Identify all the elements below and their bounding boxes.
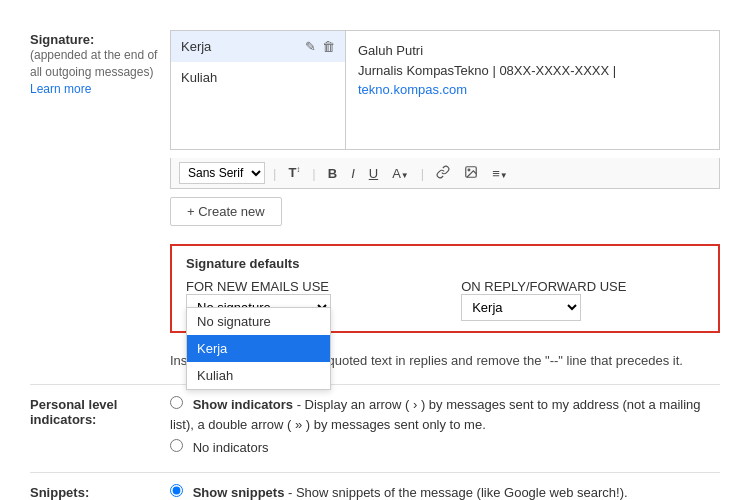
signature-sublabel: (appended at the end of all outgoing mes… bbox=[30, 47, 170, 81]
show-snippets-label: Show snippets bbox=[193, 485, 285, 500]
no-indicators-label: No indicators bbox=[193, 440, 269, 455]
signature-list: Kerja ✎ 🗑 Kuliah bbox=[171, 31, 346, 149]
signature-name-kerja: Kerja bbox=[181, 39, 305, 54]
link-btn[interactable] bbox=[432, 163, 454, 184]
snippets-show-radio[interactable] bbox=[170, 484, 183, 497]
underline-btn[interactable]: U bbox=[365, 164, 382, 183]
signature-preview: Galuh Putri Jurnalis KompasTekno | 08XX-… bbox=[346, 31, 719, 149]
learn-more-link[interactable]: Learn more bbox=[30, 82, 91, 96]
show-indicators-label: Show indicators bbox=[193, 397, 293, 412]
personal-level-no: No indicators bbox=[170, 438, 720, 458]
preview-link[interactable]: tekno.kompas.com bbox=[358, 82, 467, 97]
font-select[interactable]: Sans Serif bbox=[179, 162, 265, 184]
signature-defaults-box: Signature defaults FOR NEW EMAILS USE No… bbox=[170, 244, 720, 333]
dropdown-item-kerja[interactable]: Kerja bbox=[187, 335, 330, 362]
reply-select[interactable]: Kerja No signature Kuliah bbox=[461, 294, 581, 321]
personal-level-label: Personal levelindicators: bbox=[30, 397, 170, 427]
italic-btn[interactable]: I bbox=[347, 164, 359, 183]
edit-icon[interactable]: ✎ bbox=[305, 39, 316, 54]
font-color-btn[interactable]: A▼ bbox=[388, 164, 413, 183]
signature-label: Signature: bbox=[30, 32, 170, 47]
delete-icon[interactable]: 🗑 bbox=[322, 39, 335, 54]
signature-defaults-title: Signature defaults bbox=[186, 256, 704, 271]
image-btn[interactable] bbox=[460, 163, 482, 184]
editor-toolbar: Sans Serif | T↕ | B I U A▼ | ≡▼ bbox=[170, 158, 720, 189]
personal-level-show: Show indicators - Display an arrow ( › )… bbox=[170, 395, 720, 434]
new-emails-dropdown[interactable]: No signature Kerja Kuliah bbox=[186, 307, 331, 390]
svg-point-1 bbox=[468, 169, 470, 171]
font-size-btn[interactable]: T↕ bbox=[284, 163, 304, 182]
snippets-section: Show snippets - Show snippets of the mes… bbox=[170, 483, 720, 501]
preview-line1: Galuh Putri bbox=[358, 41, 707, 61]
create-new-button[interactable]: + Create new bbox=[170, 197, 282, 226]
new-emails-label: FOR NEW EMAILS USE bbox=[186, 279, 329, 294]
align-btn[interactable]: ≡▼ bbox=[488, 164, 512, 183]
signature-name-kuliah: Kuliah bbox=[181, 70, 335, 85]
bold-btn[interactable]: B bbox=[324, 164, 341, 183]
signature-item-kuliah[interactable]: Kuliah bbox=[171, 62, 345, 93]
reply-label: ON REPLY/FORWARD USE bbox=[461, 279, 626, 294]
personal-level-no-radio[interactable] bbox=[170, 439, 183, 452]
preview-line2: Jurnalis KompasTekno | 08XX-XXXX-XXXX | bbox=[358, 61, 707, 81]
personal-level-show-radio[interactable] bbox=[170, 396, 183, 409]
snippets-label: Snippets: bbox=[30, 485, 170, 500]
dropdown-item-no-signature[interactable]: No signature bbox=[187, 308, 330, 335]
signature-item-kerja[interactable]: Kerja ✎ 🗑 bbox=[171, 31, 345, 62]
dropdown-item-kuliah[interactable]: Kuliah bbox=[187, 362, 330, 389]
show-snippets-desc: - Show snippets of the message (like Goo… bbox=[288, 485, 628, 500]
